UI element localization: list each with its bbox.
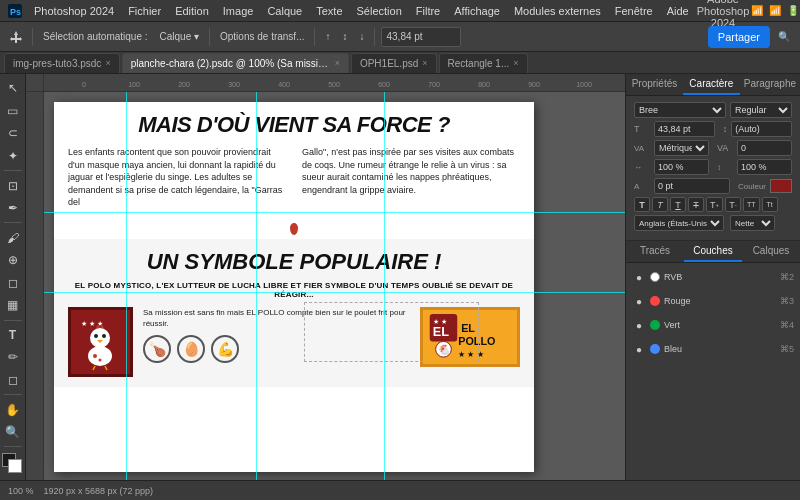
tab-1-active[interactable]: planche-chara (2).psdc @ 100% (Sa missio…: [122, 53, 349, 73]
tab-2[interactable]: OPH1EL.psd×: [351, 53, 437, 73]
tab-paragraphe[interactable]: Paragraphe: [740, 74, 800, 95]
align-right-btn[interactable]: ↓: [355, 26, 368, 48]
caps-btn[interactable]: TT: [743, 197, 760, 212]
scale-row: ↔ ↕: [634, 159, 792, 175]
strikethrough-btn[interactable]: T: [688, 197, 704, 212]
svg-point-6: [94, 334, 98, 338]
menu-item-calque[interactable]: Calque: [261, 3, 308, 19]
menu-item-affichage[interactable]: Affichage: [448, 3, 506, 19]
close-tab-2[interactable]: ×: [422, 58, 427, 68]
layer-name-bleu: Bleu: [664, 344, 776, 354]
gradient-icon[interactable]: ▦: [2, 295, 24, 316]
share-button[interactable]: Partager: [708, 26, 770, 48]
type-style-row: T T T T T+ T- TT Tt: [634, 197, 792, 212]
close-tab-0[interactable]: ×: [105, 58, 110, 68]
menu-item-edition[interactable]: Edition: [169, 3, 215, 19]
layer-item-rvb[interactable]: ● RVB ⌘2: [626, 265, 800, 289]
layer-item-rouge[interactable]: ● Rouge ⌘3: [626, 289, 800, 313]
shape-icon[interactable]: ◻: [2, 370, 24, 391]
tracking-input[interactable]: [737, 140, 792, 156]
scale-v-input[interactable]: [737, 159, 792, 175]
close-tab-1[interactable]: ×: [335, 58, 340, 68]
crop-icon[interactable]: ⊡: [2, 175, 24, 196]
separator: [32, 28, 33, 46]
brand-badge: ★ ★ EL 🐔 EL POLLO ★ ★ ★: [420, 307, 520, 367]
wifi-icon: 📶: [769, 5, 781, 16]
pen-icon[interactable]: ✏: [2, 347, 24, 368]
layer-dropdown-btn[interactable]: Calque ▾: [156, 26, 203, 48]
select-rect-icon[interactable]: ▭: [2, 101, 24, 122]
move-icon[interactable]: ↖: [2, 78, 24, 99]
font-style-select[interactable]: Regular: [730, 102, 792, 118]
layer-name-vert: Vert: [664, 320, 776, 330]
options-btn[interactable]: Options de transf...: [216, 26, 309, 48]
menu-item-photoshop[interactable]: Photoshop 2024: [28, 3, 120, 19]
antialiasing-select[interactable]: Nette: [730, 215, 775, 231]
layer-eye-bleu[interactable]: ●: [632, 342, 646, 356]
layer-eye-rouge[interactable]: ●: [632, 294, 646, 308]
scale-h-input[interactable]: [654, 159, 709, 175]
main-title: MAIS D'OÙ VIENT SA FORCE ?: [68, 112, 520, 138]
magic-wand-icon[interactable]: ✦: [2, 146, 24, 167]
layer-item-vert[interactable]: ● Vert ⌘4: [626, 313, 800, 337]
layer-dot-rvb: [650, 272, 660, 282]
smallcaps-btn[interactable]: Tt: [762, 197, 778, 212]
layer-shortcut-rvb: ⌘2: [780, 272, 794, 282]
color-swatch[interactable]: [770, 179, 792, 193]
superscript-btn[interactable]: T+: [706, 197, 723, 212]
underline-btn[interactable]: T: [670, 197, 686, 212]
hand-icon[interactable]: ✋: [2, 399, 24, 420]
svg-point-8: [88, 346, 112, 366]
tab-3[interactable]: Rectangle 1...×: [439, 53, 528, 73]
coord-x-input[interactable]: [381, 27, 461, 47]
menu-item-aide[interactable]: Aide: [661, 3, 695, 19]
font-size-input[interactable]: [654, 121, 715, 137]
menu-item-fenetre[interactable]: Fenêtre: [609, 3, 659, 19]
align-center-btn[interactable]: ↕: [338, 26, 351, 48]
align-left-btn[interactable]: ↑: [321, 26, 334, 48]
menu-item-modules[interactable]: Modules externes: [508, 3, 607, 19]
tab-0[interactable]: img-pres-tuto3.psdc×: [4, 53, 120, 73]
italic-btn[interactable]: T: [652, 197, 668, 212]
layer-eye-vert[interactable]: ●: [632, 318, 646, 332]
tab-caractere[interactable]: Caractère: [683, 74, 740, 95]
color-fg-bg[interactable]: [2, 453, 24, 474]
eyedropper-icon[interactable]: ✒: [2, 198, 24, 219]
svg-text:★ ★ ★: ★ ★ ★: [458, 350, 483, 359]
tab-calques[interactable]: Calques: [742, 241, 800, 262]
move-tool-button[interactable]: [6, 26, 26, 48]
menu-item-image[interactable]: Image: [217, 3, 260, 19]
tab-proprietes[interactable]: Propriétés: [626, 74, 683, 95]
scale-h-label: ↔: [634, 163, 650, 172]
subscript-btn[interactable]: T-: [725, 197, 741, 212]
brush-icon[interactable]: 🖌: [2, 227, 24, 248]
svg-point-5: [90, 328, 110, 348]
eraser-icon[interactable]: ◻: [2, 273, 24, 294]
close-tab-3[interactable]: ×: [513, 58, 518, 68]
clone-icon[interactable]: ⊕: [2, 250, 24, 271]
tools-panel: ↖ ▭ ⊂ ✦ ⊡ ✒ 🖌 ⊕ ◻ ▦ T ✏ ◻ ✋ 🔍: [0, 74, 26, 480]
menu-item-filtre[interactable]: Filtre: [410, 3, 446, 19]
menu-item-fichier[interactable]: Fichier: [122, 3, 167, 19]
svg-text:EL: EL: [461, 322, 475, 334]
layer-dot-rouge: [650, 296, 660, 306]
layer-eye-rvb[interactable]: ●: [632, 270, 646, 284]
language-select[interactable]: Anglais (États-Unis): [634, 215, 724, 231]
search-btn[interactable]: 🔍: [774, 26, 794, 48]
zoom-icon[interactable]: 🔍: [2, 422, 24, 443]
kerning-select[interactable]: Métrique: [654, 140, 709, 156]
tab-traces[interactable]: Tracés: [626, 241, 684, 262]
menu-item-selection[interactable]: Sélection: [351, 3, 408, 19]
baseline-input[interactable]: [654, 178, 730, 194]
menu-item-texte[interactable]: Texte: [310, 3, 348, 19]
tab-couches[interactable]: Couches: [684, 241, 742, 262]
leading-input[interactable]: [731, 121, 792, 137]
lasso-icon[interactable]: ⊂: [2, 123, 24, 144]
document-canvas[interactable]: MAIS D'OÙ VIENT SA FORCE ? Les enfants r…: [54, 102, 534, 472]
text-icon[interactable]: T: [2, 325, 24, 346]
layer-item-bleu[interactable]: ● Bleu ⌘5: [626, 337, 800, 361]
selection-auto-btn[interactable]: Sélection automatique :: [39, 26, 152, 48]
canvas-content[interactable]: MAIS D'OÙ VIENT SA FORCE ? Les enfants r…: [44, 92, 625, 480]
bold-btn[interactable]: T: [634, 197, 650, 212]
font-name-select[interactable]: Bree: [634, 102, 726, 118]
